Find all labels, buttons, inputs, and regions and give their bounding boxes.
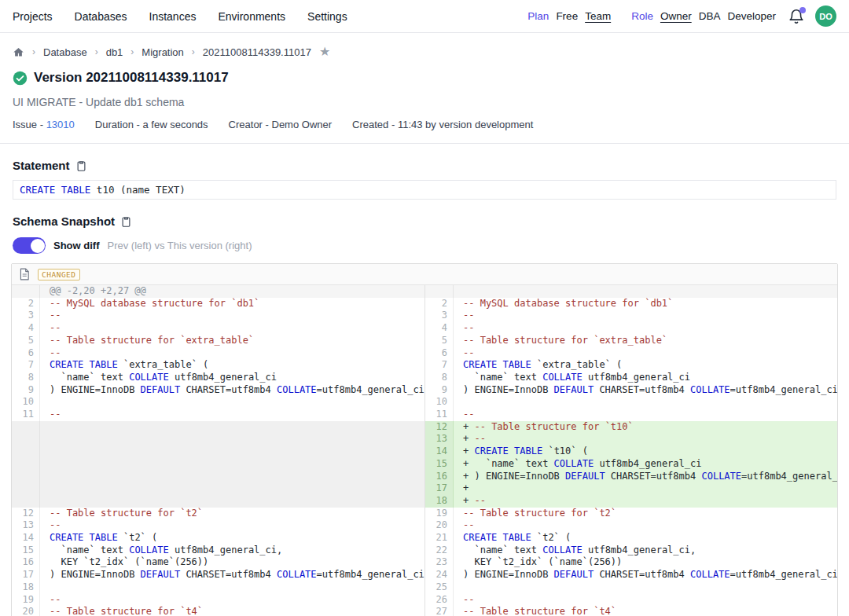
diff-right-cell: 5-- Table structure for `extra_table`	[424, 335, 837, 347]
diff-right-cell: 18+ --	[424, 495, 837, 508]
line-number: 10	[425, 396, 454, 409]
diff-left-cell: 4--	[12, 322, 424, 335]
diff-right-cell: 11--	[424, 409, 837, 421]
notification-bell-icon[interactable]	[788, 8, 805, 25]
breadcrumb-current: 20211008114339.11017	[203, 46, 311, 58]
line-number: 26	[425, 594, 454, 607]
avatar[interactable]: DO	[815, 6, 836, 27]
breadcrumb-database[interactable]: Database	[43, 46, 87, 58]
nav-item-settings[interactable]: Settings	[307, 10, 347, 23]
line-number: 14	[425, 446, 454, 458]
role-owner-link[interactable]: Owner	[660, 10, 692, 22]
line-number	[12, 421, 40, 434]
diff-row: 11--11--	[12, 409, 837, 421]
code-line: CREATE TABLE `t2` (	[454, 532, 837, 544]
meta-creator: Creator - Demo Owner	[229, 119, 332, 130]
diff-right-cell	[424, 285, 837, 298]
diff-right-cell: 20--	[424, 519, 837, 532]
line-number: 7	[12, 359, 40, 372]
diff-row: 20-- Table structure for `t4`27-- Table …	[12, 606, 837, 616]
line-number: 5	[425, 335, 454, 347]
diff-row: 13--20--	[12, 519, 837, 532]
diff-left-cell: 19--	[12, 594, 424, 607]
line-number: 12	[425, 421, 454, 434]
version-meta: Issue - 13010 Duration - a few seconds C…	[0, 119, 849, 130]
line-number: 18	[425, 495, 454, 508]
show-diff-toggle[interactable]	[13, 237, 46, 254]
code-line: + CREATE TABLE `t10` (	[454, 446, 837, 458]
plan-team-link[interactable]: Team	[585, 10, 611, 22]
version-subtitle: UI MIGRATE - Update db1 schema	[0, 96, 849, 108]
role-label: Role	[631, 10, 653, 22]
nav-item-environments[interactable]: Environments	[218, 10, 285, 23]
file-icon	[19, 268, 30, 280]
diff-table: @@ -2,20 +2,27 @@2-- MySQL database stru…	[12, 285, 837, 616]
code-line	[40, 396, 424, 409]
show-diff-row: Show diff Prev (left) vs This version (r…	[0, 237, 849, 254]
diff-right-cell: 10	[424, 396, 837, 409]
code-line: + --	[454, 433, 837, 446]
diff-right-cell: 7CREATE TABLE `extra_table` (	[424, 359, 837, 372]
line-number: 16	[425, 471, 454, 483]
diff-row: 17+	[12, 482, 837, 495]
nav-item-projects[interactable]: Projects	[13, 10, 53, 23]
diff-left-cell: 12-- Table structure for `t2`	[12, 508, 424, 520]
favorite-star-icon[interactable]: ★	[319, 46, 330, 58]
line-number: 16	[12, 556, 40, 569]
line-number: 25	[425, 581, 454, 594]
home-icon[interactable]	[13, 46, 24, 58]
line-number: 13	[425, 433, 454, 446]
line-number: 17	[12, 569, 40, 581]
diff-right-cell: 24) ENGINE=InnoDB DEFAULT CHARSET=utf8mb…	[424, 569, 837, 581]
diff-row: 4--4--	[12, 322, 837, 335]
code-line: --	[454, 594, 837, 607]
breadcrumb-db1[interactable]: db1	[106, 46, 123, 58]
issue-link[interactable]: 13010	[46, 119, 75, 130]
code-line	[40, 482, 424, 495]
copy-statement-icon[interactable]	[75, 160, 87, 172]
line-number: 23	[425, 556, 454, 569]
diff-row: 8 `name` text COLLATE utf8mb4_general_ci…	[12, 372, 837, 384]
code-line	[40, 421, 424, 434]
diff-row: 6--6--	[12, 347, 837, 360]
line-number	[425, 285, 454, 298]
line-number	[12, 285, 40, 298]
meta-duration: Duration - a few seconds	[95, 119, 208, 130]
code-line: KEY `t2_idx` (`name`(256))	[40, 556, 424, 569]
diff-left-cell: 3--	[12, 310, 424, 322]
nav-item-databases[interactable]: Databases	[75, 10, 127, 23]
line-number: 5	[12, 335, 40, 347]
line-number: 4	[425, 322, 454, 335]
show-diff-label: Show diff	[53, 240, 100, 251]
line-number: 8	[12, 372, 40, 384]
diff-row: 19--26--	[12, 594, 837, 607]
code-line: `name` text COLLATE utf8mb4_general_ci	[454, 372, 837, 384]
line-number	[12, 433, 40, 446]
line-number: 2	[12, 298, 40, 310]
line-number: 24	[425, 569, 454, 581]
diff-row: 7CREATE TABLE `extra_table` (7CREATE TAB…	[12, 359, 837, 372]
code-line: CREATE TABLE `t2` (	[40, 532, 424, 544]
diff-right-cell: 14+ CREATE TABLE `t10` (	[424, 446, 837, 458]
diff-left-cell: 8 `name` text COLLATE utf8mb4_general_ci	[12, 372, 424, 384]
diff-row: 3--3--	[12, 310, 837, 322]
diff-row: 17) ENGINE=InnoDB DEFAULT CHARSET=utf8mb…	[12, 569, 837, 581]
diff-left-cell: 13--	[12, 519, 424, 532]
diff-left-cell: 17) ENGINE=InnoDB DEFAULT CHARSET=utf8mb…	[12, 569, 424, 581]
line-number: 18	[12, 581, 40, 594]
line-number: 8	[425, 372, 454, 384]
nav-right: Plan Free Team Role Owner DBA Developer …	[527, 6, 836, 27]
diff-left-cell: 15 `name` text COLLATE utf8mb4_general_c…	[12, 544, 424, 557]
code-line: -- Table structure for `t4`	[40, 606, 424, 616]
code-line	[454, 396, 837, 409]
copy-snapshot-icon[interactable]	[120, 215, 132, 228]
diff-header: CHANGED	[12, 264, 837, 285]
nav-item-instances[interactable]: Instances	[149, 10, 197, 23]
breadcrumb-migration[interactable]: Migration	[142, 46, 183, 58]
line-number	[12, 471, 40, 483]
diff-right-cell: 26--	[424, 594, 837, 607]
line-number: 6	[425, 347, 454, 360]
line-number: 20	[12, 606, 40, 616]
line-number: 21	[425, 532, 454, 544]
diff-left-cell: 11--	[12, 409, 424, 421]
